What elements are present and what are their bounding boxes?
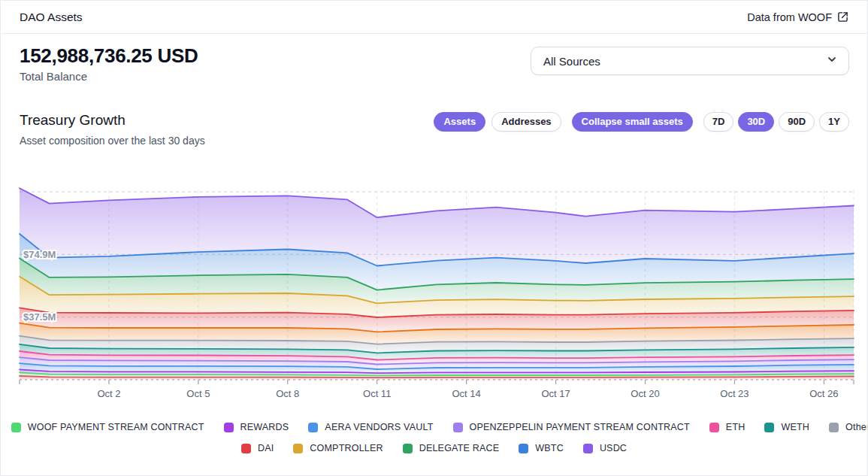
legend-swatch-icon: [829, 423, 839, 432]
svg-text:Oct 14: Oct 14: [452, 388, 480, 399]
addresses-toggle-button[interactable]: Addresses: [491, 112, 561, 132]
legend-label: AERA VENDORS VAULT: [325, 422, 433, 432]
svg-text:Oct 11: Oct 11: [363, 388, 391, 399]
balance-block: 152,988,736.25 USD Total Balance: [20, 44, 198, 83]
chart-toolbar: Assets Addresses Collapse small assets 7…: [434, 112, 849, 132]
legend-label: COMPTROLLER: [310, 443, 383, 453]
range-90d-button[interactable]: 90D: [779, 112, 815, 132]
total-balance-value: 152,988,736.25 USD: [20, 44, 198, 67]
legend-label: REWARDS: [240, 422, 289, 432]
dao-assets-panel: DAO Assets Data from WOOF 152,988,736.25…: [0, 0, 868, 476]
treasury-heading-block: Treasury Growth Asset composition over t…: [20, 111, 205, 147]
legend-item[interactable]: AERA VENDORS VAULT: [308, 422, 433, 432]
collapse-small-assets-button[interactable]: Collapse small assets: [572, 112, 693, 132]
legend-item[interactable]: REWARDS: [224, 422, 289, 432]
legend-label: WETH: [781, 422, 809, 432]
external-link-icon: [837, 11, 848, 23]
legend-swatch-icon: [583, 444, 593, 453]
legend-label: DAI: [258, 443, 274, 453]
legend-swatch-icon: [453, 423, 463, 432]
legend-swatch-icon: [519, 444, 528, 453]
legend-swatch-icon: [11, 423, 21, 432]
legend-item[interactable]: WBTC: [519, 443, 564, 453]
treasury-subtitle: Asset composition over the last 30 days: [20, 135, 205, 147]
range-button-group: 7D 30D 90D 1Y: [703, 112, 849, 132]
data-source-link-label: Data from WOOF: [747, 11, 832, 23]
legend-swatch-icon: [709, 423, 719, 432]
legend-swatch-icon: [241, 444, 251, 453]
legend-label: ETH: [726, 422, 746, 432]
legend-row: MANTLEWOOF PAYMENT STREAM CONTRACTREWARD…: [1, 422, 867, 432]
legend-swatch-icon: [764, 423, 774, 432]
legend-label: DELEGATE RACE: [419, 443, 500, 453]
total-balance-label: Total Balance: [20, 70, 198, 83]
legend: MANTLEWOOF PAYMENT STREAM CONTRACTREWARD…: [1, 422, 867, 453]
legend-item[interactable]: WETH: [764, 422, 809, 432]
legend-swatch-icon: [308, 423, 318, 432]
legend-item[interactable]: WOOF PAYMENT STREAM CONTRACT: [11, 422, 204, 432]
legend-label: Other: [845, 422, 868, 432]
legend-label: OPENZEPPELIN PAYMENT STREAM CONTRACT: [470, 422, 690, 432]
range-7d-button[interactable]: 7D: [703, 112, 734, 132]
legend-item[interactable]: DELEGATE RACE: [403, 443, 500, 453]
legend-swatch-icon: [224, 423, 234, 432]
treasury-title: Treasury Growth: [20, 111, 205, 129]
treasury-section-header: Treasury Growth Asset composition over t…: [1, 111, 867, 147]
range-1y-button[interactable]: 1Y: [819, 112, 849, 132]
svg-text:Oct 20: Oct 20: [631, 388, 659, 399]
legend-item[interactable]: USDC: [583, 443, 627, 453]
svg-text:$74.9M: $74.9M: [23, 249, 56, 260]
svg-text:$37.5M: $37.5M: [23, 311, 56, 323]
svg-text:Oct 2: Oct 2: [97, 388, 120, 399]
legend-row: DAICOMPTROLLERDELEGATE RACEWBTCUSDC: [1, 443, 867, 453]
legend-item[interactable]: Other: [829, 422, 868, 432]
page-title: DAO Assets: [20, 11, 83, 24]
legend-swatch-icon: [293, 444, 303, 453]
data-source-link[interactable]: Data from WOOF: [747, 11, 848, 23]
sources-dropdown-value: All Sources: [543, 55, 600, 68]
svg-text:Oct 17: Oct 17: [541, 388, 570, 399]
sources-dropdown[interactable]: All Sources: [531, 47, 849, 75]
assets-toggle-button[interactable]: Assets: [434, 112, 485, 132]
legend-item[interactable]: COMPTROLLER: [293, 443, 383, 453]
treasury-chart-wrap: Oct 2Oct 5Oct 8Oct 11Oct 14Oct 17Oct 20O…: [1, 169, 867, 402]
balance-section: 152,988,736.25 USD Total Balance All Sou…: [1, 34, 867, 83]
svg-text:Oct 23: Oct 23: [720, 388, 749, 399]
legend-label: WBTC: [535, 443, 564, 453]
panel-header: DAO Assets Data from WOOF: [1, 1, 867, 34]
legend-label: WOOF PAYMENT STREAM CONTRACT: [28, 422, 204, 432]
svg-text:Oct 5: Oct 5: [186, 388, 210, 399]
legend-item[interactable]: DAI: [241, 443, 274, 453]
legend-item[interactable]: OPENZEPPELIN PAYMENT STREAM CONTRACT: [453, 422, 690, 432]
legend-label: USDC: [600, 443, 627, 453]
legend-item[interactable]: ETH: [709, 422, 746, 432]
treasury-stacked-area-chart[interactable]: Oct 2Oct 5Oct 8Oct 11Oct 14Oct 17Oct 20O…: [1, 169, 868, 402]
chevron-down-icon: [826, 53, 838, 68]
svg-text:Oct 8: Oct 8: [276, 388, 299, 399]
legend-swatch-icon: [403, 444, 413, 453]
svg-text:Oct 26: Oct 26: [809, 388, 838, 399]
range-30d-button[interactable]: 30D: [738, 112, 774, 132]
